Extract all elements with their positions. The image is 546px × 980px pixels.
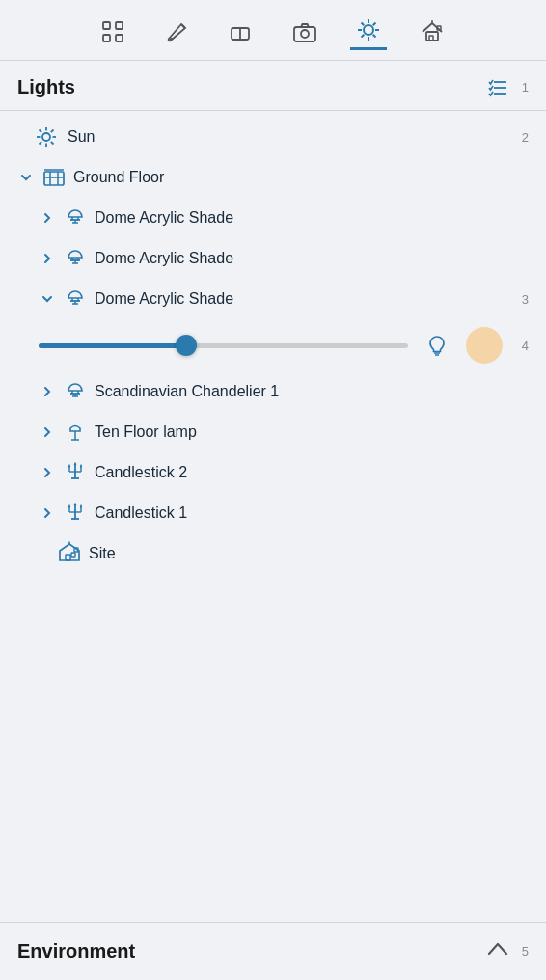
slider-row: 4 [0, 319, 546, 371]
environment-right: 5 [487, 941, 529, 962]
dome2-icon [64, 247, 87, 270]
dome3-item[interactable]: Dome Acrylic Shade 3 [0, 279, 546, 319]
environment-title: Environment [17, 940, 135, 963]
candlestick1-item[interactable]: Candlestick 1 [0, 493, 546, 533]
candlestick2-icon [64, 461, 87, 484]
lights-header-right: 1 [487, 79, 529, 96]
svg-line-32 [40, 142, 42, 145]
svg-line-16 [362, 34, 365, 37]
annotation-3: 3 [522, 292, 529, 307]
dome3-icon [64, 287, 87, 311]
eraser-icon[interactable] [223, 14, 259, 50]
ground-floor-chevron[interactable] [17, 169, 35, 186]
checklist-icon[interactable] [487, 79, 508, 96]
svg-line-30 [51, 142, 54, 145]
svg-point-24 [42, 133, 50, 141]
site-icon [58, 542, 81, 565]
sun-label: Sun [68, 128, 506, 146]
dome3-label: Dome Acrylic Shade [95, 290, 508, 308]
ten-floor-label: Ten Floor lamp [95, 423, 529, 441]
toolbar [0, 0, 546, 50]
scandinavian-item[interactable]: Scandinavian Chandelier 1 [0, 371, 546, 412]
candlestick1-label: Candlestick 1 [95, 504, 529, 522]
dome1-chevron[interactable] [39, 209, 56, 227]
dome1-label: Dome Acrylic Shade [95, 209, 529, 227]
ground-floor-label: Ground Floor [73, 169, 529, 186]
lights-divider [0, 110, 546, 111]
slider-track [39, 343, 408, 348]
filter-icon[interactable] [96, 14, 132, 50]
svg-line-15 [373, 22, 376, 25]
lights-section-header: Lights 1 [0, 61, 546, 110]
svg-rect-20 [437, 26, 441, 30]
environment-section: Environment 5 [0, 922, 546, 980]
candlestick2-chevron[interactable] [39, 464, 56, 481]
svg-rect-75 [74, 548, 78, 552]
svg-point-7 [301, 30, 309, 38]
scandinavian-label: Scandinavian Chandelier 1 [95, 383, 529, 400]
home-icon[interactable] [414, 14, 450, 50]
annotation-5: 5 [522, 944, 529, 959]
dome1-item[interactable]: Dome Acrylic Shade [0, 198, 546, 238]
candlestick2-label: Candlestick 2 [95, 464, 529, 481]
svg-rect-2 [116, 22, 123, 29]
site-label: Site [89, 545, 529, 562]
svg-rect-3 [116, 35, 123, 41]
ten-floor-item[interactable]: Ten Floor lamp [0, 412, 546, 452]
svg-rect-72 [66, 555, 70, 560]
scandinavian-icon [64, 380, 87, 403]
ten-floor-chevron[interactable] [39, 423, 56, 441]
dome3-chevron[interactable] [39, 290, 56, 308]
svg-line-14 [373, 34, 376, 37]
bulb-icon [423, 332, 450, 359]
slider-fill [39, 343, 194, 348]
dome2-label: Dome Acrylic Shade [95, 250, 529, 267]
brightness-slider[interactable] [39, 336, 408, 355]
camera-icon[interactable] [287, 14, 323, 50]
annotation-1: 1 [522, 80, 529, 95]
svg-line-29 [40, 130, 42, 133]
candlestick1-chevron[interactable] [39, 504, 56, 522]
svg-rect-73 [71, 553, 75, 557]
site-item[interactable]: Site [0, 533, 546, 574]
svg-rect-33 [44, 172, 64, 185]
lights-title: Lights [17, 76, 75, 98]
environment-chevron-up[interactable] [487, 941, 508, 962]
dome2-chevron[interactable] [39, 250, 56, 267]
dome1-icon [64, 206, 87, 230]
scandinavian-chevron[interactable] [39, 383, 56, 400]
candlestick1-icon [64, 502, 87, 525]
color-swatch[interactable] [466, 327, 503, 364]
dome2-item[interactable]: Dome Acrylic Shade [0, 238, 546, 279]
svg-rect-18 [429, 36, 433, 41]
sun-toolbar-icon[interactable] [350, 14, 387, 50]
ten-floor-icon [64, 421, 87, 444]
svg-rect-0 [103, 22, 110, 29]
svg-line-13 [362, 22, 365, 25]
sun-icon [35, 125, 58, 149]
ground-floor-item[interactable]: Ground Floor [0, 157, 546, 198]
svg-rect-1 [103, 35, 110, 41]
sun-item[interactable]: Sun 2 [0, 117, 546, 157]
svg-line-31 [51, 130, 54, 133]
ground-floor-icon [42, 166, 66, 189]
slider-thumb[interactable] [176, 335, 197, 356]
annotation-2: 2 [522, 130, 529, 145]
brush-icon[interactable] [159, 14, 196, 50]
candlestick2-item[interactable]: Candlestick 2 [0, 452, 546, 493]
annotation-4: 4 [522, 339, 529, 353]
svg-point-8 [364, 25, 373, 35]
main-content: Sun 2 Ground Floor [0, 117, 546, 922]
